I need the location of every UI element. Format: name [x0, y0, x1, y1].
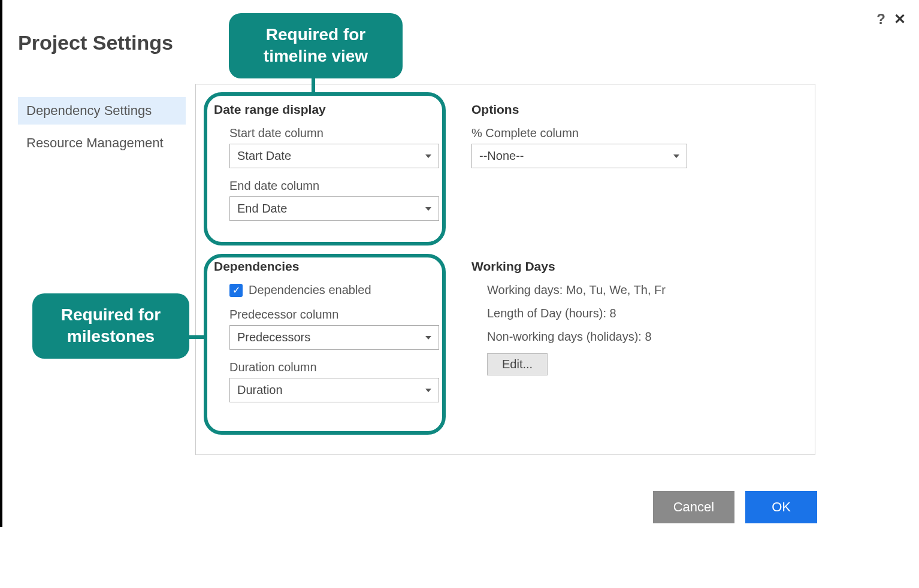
complete-column-select[interactable]: --None--	[471, 144, 687, 168]
dialog-button-row: Cancel OK	[653, 491, 817, 523]
dependencies-enabled-label: Dependencies enabled	[249, 283, 371, 297]
options-heading: Options	[471, 102, 705, 117]
chevron-down-icon	[425, 389, 431, 392]
duration-value: Duration	[237, 383, 283, 397]
nonworking-days-line: Non-working days (holidays): 8	[487, 330, 705, 344]
options-section: Options % Complete column --None--	[471, 102, 705, 232]
complete-column-label: % Complete column	[471, 126, 705, 140]
end-date-value: End Date	[237, 202, 287, 216]
chevron-down-icon	[673, 154, 679, 158]
chevron-down-icon	[425, 207, 431, 211]
help-icon[interactable]: ?	[876, 11, 885, 28]
chevron-down-icon	[425, 336, 431, 340]
ok-button[interactable]: OK	[745, 491, 817, 523]
callout-connector-left	[188, 335, 205, 339]
predecessor-value: Predecessors	[237, 331, 310, 344]
working-days-heading: Working Days	[471, 259, 705, 274]
page-title: Project Settings	[18, 31, 173, 54]
start-date-value: Start Date	[237, 149, 291, 163]
working-days-line: Working days: Mo, Tu, We, Th, Fr	[487, 283, 705, 297]
predecessor-select[interactable]: Predecessors	[229, 325, 439, 350]
end-date-label: End date column	[229, 179, 448, 193]
complete-column-value: --None--	[479, 149, 524, 163]
date-range-heading: Date range display	[214, 102, 448, 117]
sidebar-item-dependency-settings[interactable]: Dependency Settings	[18, 97, 186, 125]
dependencies-heading: Dependencies	[214, 259, 448, 274]
end-date-select[interactable]: End Date	[229, 196, 439, 221]
duration-label: Duration column	[229, 360, 448, 374]
edit-working-days-button[interactable]: Edit...	[487, 353, 548, 375]
callout-timeline: Required for timeline view	[229, 13, 403, 78]
length-of-day-line: Length of Day (hours): 8	[487, 307, 705, 320]
dependencies-enabled-checkbox[interactable]: ✓	[229, 284, 243, 297]
duration-select[interactable]: Duration	[229, 378, 439, 402]
sidebar: Dependency Settings Resource Management	[18, 97, 186, 162]
callout-milestones: Required for milestones	[32, 293, 189, 359]
predecessor-label: Predecessor column	[229, 308, 448, 322]
close-icon[interactable]: ✕	[894, 11, 906, 28]
date-range-section: Date range display Start date column Sta…	[214, 102, 448, 232]
cancel-button[interactable]: Cancel	[653, 491, 734, 523]
main-panel: Date range display Start date column Sta…	[195, 84, 815, 455]
start-date-select[interactable]: Start Date	[229, 144, 439, 168]
dependencies-section: Dependencies ✓ Dependencies enabled Pred…	[214, 259, 448, 413]
chevron-down-icon	[425, 154, 431, 158]
left-border-line	[0, 0, 2, 527]
callout-connector-top	[312, 78, 315, 93]
working-days-section: Working Days Working days: Mo, Tu, We, T…	[471, 259, 705, 413]
start-date-label: Start date column	[229, 126, 448, 140]
sidebar-item-resource-management[interactable]: Resource Management	[18, 129, 186, 157]
